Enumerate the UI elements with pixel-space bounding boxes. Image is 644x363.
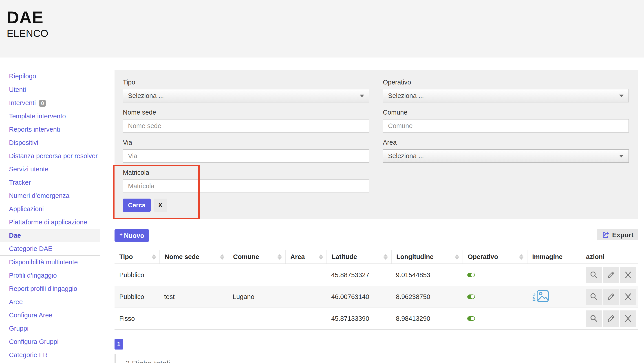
table-toolbar: +Nuovo Export (114, 229, 638, 242)
sidebar-item-utenti[interactable]: Utenti (0, 83, 100, 96)
sidebar-item-numeri-emergenza[interactable]: Numeri d’emergenza (0, 189, 100, 202)
operativo-toggle-on[interactable] (467, 273, 475, 277)
nome-sede-label: Nome sede (123, 108, 370, 116)
operativo-toggle-on[interactable] (467, 316, 475, 321)
sidebar-item-label: Categorie FR (9, 351, 48, 358)
sidebar-item-label: Dae (9, 232, 21, 239)
filter-field-nome-sede: Nome sede (123, 108, 370, 133)
sidebar-item-label: Interventi (9, 99, 36, 107)
filter-field-via: Via (123, 138, 370, 163)
close-icon (624, 292, 632, 301)
chevron-down-icon (619, 155, 624, 157)
sidebar-item-label: Applicazioni (9, 205, 44, 212)
column-header-operativo[interactable]: Operativo (462, 250, 527, 263)
area-select[interactable]: Seleziona ... (383, 149, 629, 163)
view-button[interactable] (586, 267, 602, 283)
main-content: Tipo Seleziona ... Nome sede Via (114, 70, 638, 363)
plus-icon: + (120, 232, 122, 238)
column-header-nome-sede[interactable]: Nome sede (160, 250, 228, 263)
page-title: ELENCO (7, 27, 644, 40)
sidebar-item-label: Servizi utente (9, 166, 48, 173)
sidebar-item-aree[interactable]: Aree (0, 295, 100, 309)
operativo-select[interactable]: Seleziona ... (383, 89, 629, 102)
tipo-select-value: Seleziona ... (128, 92, 164, 100)
edit-button[interactable] (603, 267, 619, 283)
magnifier-icon (590, 314, 598, 323)
sidebar-item-configura-gruppi[interactable]: Configura Gruppi (0, 335, 100, 348)
app-title: DAE (7, 8, 644, 27)
cell-azioni (581, 310, 638, 327)
sidebar-item-categorie-fr[interactable]: Categorie FR (0, 348, 100, 362)
table-row: Pubblico test Lugano 46.00763140 8.96238… (114, 286, 638, 307)
delete-button[interactable] (620, 310, 636, 327)
sidebar-item-riepilogo[interactable]: Riepilogo (0, 70, 100, 83)
sort-icon (152, 254, 156, 260)
sidebar-item-profili-ingaggio[interactable]: Profili d’ingaggio (0, 269, 100, 282)
magnifier-icon (590, 271, 598, 279)
sidebar-item-dispositivi[interactable]: Dispositivi (0, 136, 100, 149)
column-header-tipo[interactable]: Tipo (114, 250, 160, 263)
column-header-longitudine[interactable]: Longitudine (391, 250, 462, 263)
nome-sede-input[interactable] (123, 119, 370, 133)
close-icon (624, 314, 632, 323)
column-header-immagine: Immagine (527, 250, 581, 263)
via-input[interactable] (123, 149, 370, 163)
sidebar-item-label: Configura Aree (9, 311, 52, 319)
interventi-count-badge: 0 (39, 100, 46, 107)
matricola-input[interactable] (123, 179, 370, 193)
sidebar-item-label: Riepilogo (9, 73, 36, 80)
sidebar-item-disponibilita-multiutente[interactable]: Disponibilità multiutente (0, 256, 100, 269)
table-row: Pubblico 45.88753327 9.01544853 (114, 264, 638, 286)
sidebar-item-servizi-utente[interactable]: Servizi utente (0, 163, 100, 176)
delete-button[interactable] (620, 289, 636, 305)
image-icon-label: IMG (532, 293, 536, 301)
sidebar-item-gruppi[interactable]: Gruppi (0, 322, 100, 335)
sidebar-item-distanza-percorsa[interactable]: Distanza percorsa per resolver (0, 149, 100, 163)
sidebar-item-configura-aree[interactable]: Configura Aree (0, 309, 100, 322)
operativo-toggle-on[interactable] (467, 294, 475, 299)
sidebar-item-interventi[interactable]: Interventi0 (0, 96, 100, 110)
cell-latitude: 45.88753327 (326, 271, 391, 279)
filter-column-left: Tipo Seleziona ... Nome sede Via (123, 78, 370, 212)
column-header-latitude[interactable]: Latitude (326, 250, 391, 263)
column-header-comune[interactable]: Comune (228, 250, 285, 263)
sidebar-item-template-intervento[interactable]: Template intervento (0, 110, 100, 123)
sidebar-item-applicazioni[interactable]: Applicazioni (0, 202, 100, 216)
cell-immagine: IMG (527, 290, 581, 304)
sidebar-item-label: Disponibilità multiutente (9, 258, 78, 266)
sort-icon (319, 254, 323, 260)
sidebar-item-label: Aree (9, 298, 23, 305)
view-button[interactable] (586, 310, 602, 327)
sort-icon (278, 254, 282, 260)
cell-nome-sede: test (160, 293, 228, 300)
sidebar-item-dae[interactable]: Dae (0, 229, 100, 242)
sidebar-item-tracker[interactable]: Tracker (0, 176, 100, 189)
cell-longitudine: 9.01544853 (391, 271, 462, 279)
page-1-button[interactable]: 1 (114, 339, 123, 349)
view-button[interactable] (586, 289, 602, 305)
column-header-area[interactable]: Area (285, 250, 326, 263)
sidebar-item-piattaforme[interactable]: Piattaforme di applicazione (0, 216, 100, 229)
export-button[interactable]: Export (597, 229, 638, 240)
sidebar-item-reports-interventi[interactable]: Reports interventi (0, 123, 100, 136)
pencil-icon (607, 292, 615, 301)
cell-operativo (462, 294, 527, 299)
image-thumbnail-link[interactable]: IMG (532, 290, 549, 302)
search-button[interactable]: Cerca (123, 199, 151, 212)
sidebar-item-label: Reports interventi (9, 126, 60, 133)
edit-button[interactable] (603, 310, 619, 327)
edit-button[interactable] (603, 289, 619, 305)
sidebar-item-categorie-dae[interactable]: Categorie DAE (0, 242, 100, 255)
sidebar-item-report-profili-ingaggio[interactable]: Report profili d'ingaggio (0, 282, 100, 295)
cell-operativo (462, 273, 527, 277)
pencil-icon (607, 314, 615, 323)
tipo-select[interactable]: Seleziona ... (123, 89, 370, 102)
cell-tipo: Pubblico (114, 271, 160, 279)
comune-input[interactable] (383, 119, 629, 133)
reset-filters-button[interactable]: X (154, 199, 167, 212)
add-new-button[interactable]: +Nuovo (114, 229, 149, 242)
sidebar-item-label: Categorie DAE (9, 245, 52, 252)
delete-button[interactable] (620, 267, 636, 283)
table-header-row: Tipo Nome sede Comune Area Latitude Long… (114, 250, 638, 264)
sidebar-item-label: Template intervento (9, 113, 66, 120)
